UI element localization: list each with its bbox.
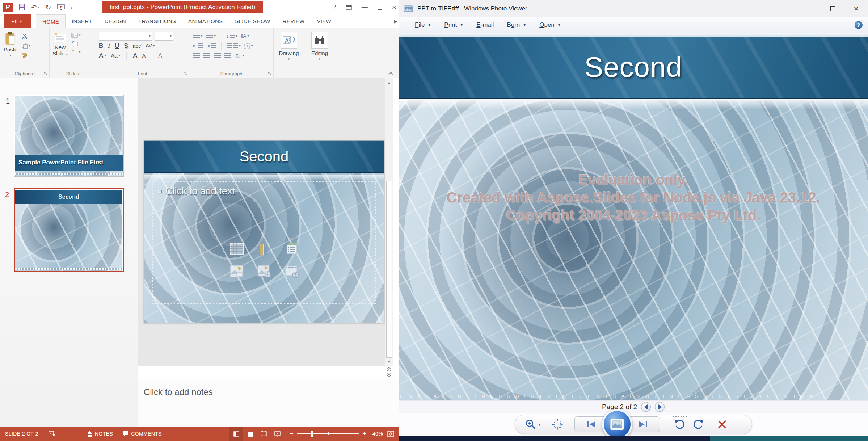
insert-pictures-icon[interactable] xyxy=(229,265,244,278)
customize-qat-icon[interactable]: ▾ xyxy=(71,5,72,10)
normal-view-button[interactable] xyxy=(229,427,243,441)
zoom-out-button[interactable]: − xyxy=(290,430,294,438)
paragraph-dialog-launcher-icon[interactable] xyxy=(268,72,271,76)
restore-button[interactable] xyxy=(378,5,382,10)
change-case-button[interactable]: Aa▾ xyxy=(111,52,120,59)
redo-icon[interactable]: ↻ xyxy=(45,3,51,12)
tab-file[interactable]: FILE xyxy=(4,14,31,28)
menu-open[interactable]: Open▼ xyxy=(539,21,561,29)
reset-slide-icon[interactable] xyxy=(71,41,78,46)
zoom-control[interactable]: ▼ xyxy=(525,419,542,430)
reading-view-button[interactable] xyxy=(257,427,271,441)
tab-design[interactable]: DESIGN xyxy=(98,14,132,28)
slideshow-view-button[interactable] xyxy=(271,427,285,441)
columns-button[interactable]: ▾ xyxy=(227,43,241,48)
layout-button[interactable]: ▾ xyxy=(71,33,81,38)
shrink-font-button[interactable]: A xyxy=(142,53,146,59)
ribbon-display-options-icon[interactable] xyxy=(346,5,352,10)
next-page-button[interactable] xyxy=(655,402,665,412)
new-slide-button[interactable]: New Slide ▾ xyxy=(52,32,68,56)
numbering-button[interactable]: ▾ xyxy=(206,34,216,38)
copy-button[interactable]: ▾ xyxy=(22,43,30,49)
undo-button[interactable]: ↶▾ xyxy=(31,3,39,12)
collapse-ribbon-icon[interactable] xyxy=(388,72,393,75)
align-center-button[interactable] xyxy=(203,53,210,58)
editor-scrollbar[interactable]: ▲ ▼ xyxy=(385,78,393,366)
strikethrough-button[interactable]: abc xyxy=(133,43,141,49)
increase-indent-button[interactable]: ⇥ xyxy=(206,43,216,49)
pv-minimize-button[interactable]: — xyxy=(798,0,821,17)
drawing-button[interactable]: A Drawing ▾ xyxy=(274,31,304,61)
menu-print[interactable]: Print▼ xyxy=(444,21,463,29)
grow-font-button[interactable]: A xyxy=(133,52,138,60)
menu-file[interactable]: File▼ xyxy=(415,21,431,29)
bold-button[interactable]: B xyxy=(99,42,103,50)
underline-button[interactable]: U xyxy=(115,42,119,50)
tab-home[interactable]: HOME xyxy=(36,14,66,28)
clear-formatting-button[interactable]: A xyxy=(158,52,162,59)
notes-pane[interactable]: Click to add notes xyxy=(138,379,399,427)
align-right-button[interactable] xyxy=(214,53,221,58)
tab-view[interactable]: VIEW xyxy=(311,14,338,28)
rotate-clockwise-button[interactable] xyxy=(693,419,704,430)
insert-smartart-icon[interactable] xyxy=(285,242,299,255)
line-spacing-button[interactable]: ↕▾ xyxy=(226,33,237,39)
minimize-button[interactable]: — xyxy=(362,4,368,11)
content-placeholder[interactable]: Click to add text xyxy=(152,181,376,304)
scrollbar-thumb[interactable] xyxy=(386,181,392,358)
zoom-slider-thumb[interactable] xyxy=(311,431,313,437)
actual-size-icon[interactable] xyxy=(552,419,563,430)
slide-1-thumbnail[interactable]: Sample PowerPoint File First xyxy=(14,95,124,177)
slide-2-thumbnail[interactable]: Second xyxy=(14,188,124,272)
menu-email[interactable]: E-mail xyxy=(476,21,494,29)
section-button[interactable]: ▾ xyxy=(71,50,81,54)
scroll-down-icon[interactable]: ▼ xyxy=(385,360,393,364)
paste-button[interactable]: Paste ▾ xyxy=(4,32,17,58)
save-icon[interactable] xyxy=(18,4,25,11)
help-button[interactable]: ? xyxy=(332,4,336,11)
previous-slide-icon[interactable] xyxy=(387,367,391,371)
align-text-button[interactable]: ▾ xyxy=(244,43,253,49)
more-tabs-arrow-icon[interactable]: ▶ xyxy=(394,19,397,24)
rotate-counterclockwise-button[interactable] xyxy=(671,416,688,432)
powerpoint-logo-icon[interactable]: P xyxy=(3,3,13,12)
insert-table-icon[interactable] xyxy=(229,243,244,255)
editing-button[interactable]: Editing ▾ xyxy=(304,31,335,61)
text-direction-button[interactable]: ‖A▾ xyxy=(241,33,249,39)
comments-toggle[interactable]: COMMENTS xyxy=(122,431,162,437)
next-slide-icon[interactable] xyxy=(387,373,391,377)
tab-animations[interactable]: ANIMATIONS xyxy=(182,14,229,28)
start-slideshow-icon[interactable] xyxy=(57,4,65,10)
slide-sorter-view-button[interactable] xyxy=(243,427,257,441)
tab-transitions[interactable]: TRANSITIONS xyxy=(132,14,182,28)
pv-help-button[interactable]: ? xyxy=(855,21,863,29)
character-spacing-button[interactable]: AV▾ xyxy=(146,43,155,49)
insert-chart-icon[interactable] xyxy=(258,242,271,255)
format-painter-icon[interactable] xyxy=(22,52,28,58)
align-left-button[interactable] xyxy=(193,53,200,58)
delete-button[interactable] xyxy=(717,420,727,429)
slide-canvas[interactable]: Second Click to add text xyxy=(144,140,384,323)
zoom-level[interactable]: 40% xyxy=(372,431,383,437)
spellcheck-icon[interactable] xyxy=(49,430,56,437)
font-size-select[interactable]: ▾ xyxy=(155,32,173,41)
justify-button[interactable] xyxy=(224,53,231,58)
text-shadow-button[interactable]: S xyxy=(124,42,128,50)
clipboard-dialog-launcher-icon[interactable] xyxy=(44,72,47,76)
play-slideshow-button[interactable] xyxy=(602,409,632,440)
cut-icon[interactable] xyxy=(22,33,28,39)
convert-smartart-button[interactable]: ▾ xyxy=(235,53,244,58)
bullets-button[interactable]: ▾ xyxy=(193,34,203,38)
pv-close-button[interactable]: × xyxy=(844,0,868,17)
insert-online-pictures-icon[interactable] xyxy=(257,265,271,278)
slide-title-placeholder[interactable]: Second xyxy=(144,141,384,173)
font-color-button[interactable]: A▾ xyxy=(99,52,106,60)
decrease-indent-button[interactable]: ⇤ xyxy=(193,43,203,49)
tab-review[interactable]: REVIEW xyxy=(277,14,311,28)
zoom-in-button[interactable]: + xyxy=(362,430,367,438)
menu-burn[interactable]: Burn▼ xyxy=(507,21,526,29)
scroll-up-icon[interactable]: ▲ xyxy=(385,80,393,84)
close-button[interactable]: × xyxy=(392,3,396,12)
tab-insert[interactable]: INSERT xyxy=(66,14,98,28)
italic-button[interactable]: I xyxy=(108,42,110,50)
